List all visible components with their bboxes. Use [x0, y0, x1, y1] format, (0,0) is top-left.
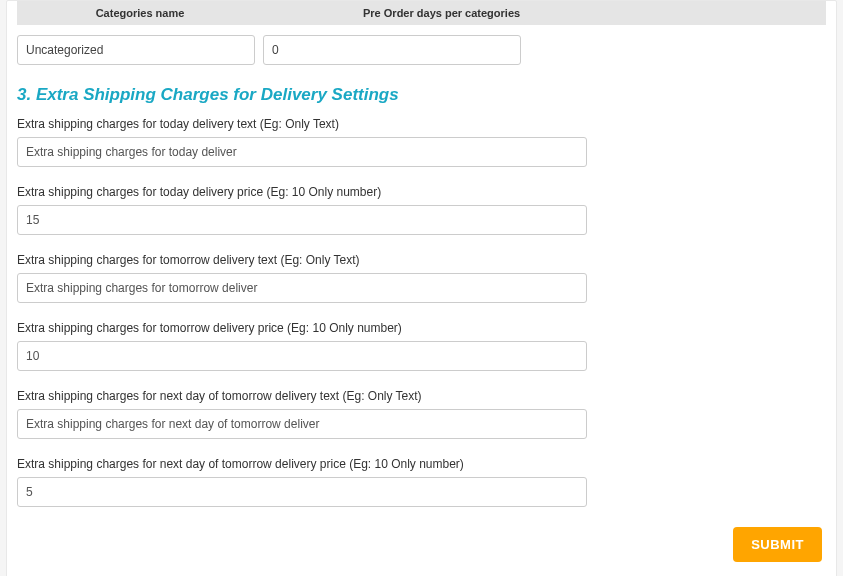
category-name-input[interactable]	[17, 35, 255, 65]
field-today-price: Extra shipping charges for today deliver…	[17, 185, 826, 235]
input-nextday-price[interactable]	[17, 477, 587, 507]
label-tomorrow-price: Extra shipping charges for tomorrow deli…	[17, 321, 826, 335]
input-today-price[interactable]	[17, 205, 587, 235]
preorder-days-input[interactable]	[263, 35, 521, 65]
header-categories-name: Categories name	[17, 7, 263, 19]
field-nextday-price: Extra shipping charges for next day of t…	[17, 457, 826, 507]
input-nextday-text[interactable]	[17, 409, 587, 439]
label-tomorrow-text: Extra shipping charges for tomorrow deli…	[17, 253, 826, 267]
settings-panel: Categories name Pre Order days per categ…	[6, 0, 837, 576]
input-tomorrow-text[interactable]	[17, 273, 587, 303]
input-tomorrow-price[interactable]	[17, 341, 587, 371]
field-tomorrow-price: Extra shipping charges for tomorrow deli…	[17, 321, 826, 371]
category-row	[17, 35, 826, 65]
submit-button[interactable]: SUBMIT	[733, 527, 822, 562]
input-today-text[interactable]	[17, 137, 587, 167]
field-nextday-text: Extra shipping charges for next day of t…	[17, 389, 826, 439]
field-tomorrow-text: Extra shipping charges for tomorrow deli…	[17, 253, 826, 303]
section-title: 3. Extra Shipping Charges for Delivery S…	[17, 85, 826, 105]
categories-table-header: Categories name Pre Order days per categ…	[17, 1, 826, 25]
field-today-text: Extra shipping charges for today deliver…	[17, 117, 826, 167]
label-nextday-text: Extra shipping charges for next day of t…	[17, 389, 826, 403]
button-row: SUBMIT	[17, 527, 826, 562]
label-nextday-price: Extra shipping charges for next day of t…	[17, 457, 826, 471]
header-preorder-days: Pre Order days per categories	[263, 7, 826, 19]
label-today-price: Extra shipping charges for today deliver…	[17, 185, 826, 199]
label-today-text: Extra shipping charges for today deliver…	[17, 117, 826, 131]
